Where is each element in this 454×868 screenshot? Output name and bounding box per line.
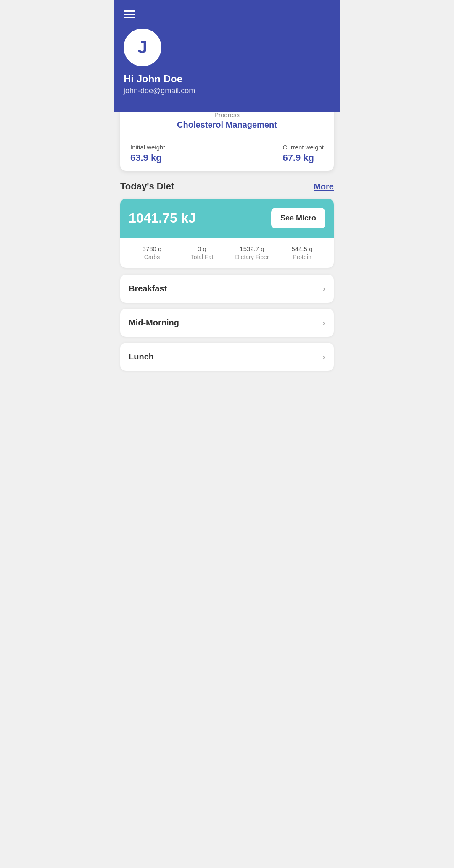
diet-macros-row: 3780 g Carbs 0 g Total Fat 1532.7 g Diet… — [120, 238, 334, 268]
app-header: J Hi John Doe john-doe@gmail.com — [114, 0, 340, 112]
meal-name: Mid-Morning — [129, 318, 179, 328]
progress-label: Progress — [129, 111, 325, 118]
macro-item-dietary-fiber: 1532.7 g Dietary Fiber — [227, 245, 277, 260]
chevron-right-icon: › — [322, 352, 325, 362]
main-content: Today's Diet More 1041.75 kJ See Micro 3… — [114, 171, 340, 385]
macro-value: 0 g — [177, 245, 227, 252]
diet-card: 1041.75 kJ See Micro 3780 g Carbs 0 g To… — [120, 199, 334, 268]
meal-card-lunch[interactable]: Lunch › — [120, 343, 334, 371]
energy-value: 1041.75 kJ — [129, 210, 196, 226]
meal-card-breakfast[interactable]: Breakfast › — [120, 275, 334, 303]
current-weight-item: Current weight 67.9 kg — [282, 144, 324, 163]
initial-weight-item: Initial weight 63.9 kg — [130, 144, 165, 163]
macro-label: Total Fat — [177, 254, 227, 260]
progress-title: Cholesterol Management — [129, 120, 325, 130]
current-weight-label: Current weight — [282, 144, 324, 151]
macro-value: 3780 g — [127, 245, 177, 252]
current-weight-value: 67.9 kg — [282, 152, 324, 163]
user-greeting: Hi John Doe — [124, 73, 330, 85]
meal-name: Breakfast — [129, 284, 167, 294]
macro-label: Dietary Fiber — [227, 254, 277, 260]
macro-item-carbs: 3780 g Carbs — [127, 245, 177, 260]
avatar-initial: J — [137, 37, 147, 58]
macro-item-protein: 544.5 g Protein — [277, 245, 327, 260]
diet-section-title: Today's Diet — [120, 181, 174, 192]
see-micro-button[interactable]: See Micro — [271, 208, 325, 228]
menu-button[interactable] — [124, 10, 330, 18]
meals-list: Breakfast › Mid-Morning › Lunch › — [120, 275, 334, 371]
macro-item-total-fat: 0 g Total Fat — [177, 245, 227, 260]
initial-weight-label: Initial weight — [130, 144, 165, 151]
progress-card: Progress Cholesterol Management Initial … — [120, 104, 334, 171]
macro-label: Protein — [277, 254, 327, 260]
macro-value: 1532.7 g — [227, 245, 277, 252]
initial-weight-value: 63.9 kg — [130, 152, 165, 163]
macro-value: 544.5 g — [277, 245, 327, 252]
macro-label: Carbs — [127, 254, 177, 260]
diet-energy-row: 1041.75 kJ See Micro — [120, 199, 334, 238]
chevron-right-icon: › — [322, 318, 325, 328]
diet-section-header: Today's Diet More — [120, 181, 334, 192]
weight-row: Initial weight 63.9 kg Current weight 67… — [120, 136, 334, 171]
more-link[interactable]: More — [314, 182, 334, 191]
chevron-right-icon: › — [322, 284, 325, 294]
avatar: J — [124, 29, 161, 66]
meal-card-mid-morning[interactable]: Mid-Morning › — [120, 309, 334, 337]
meal-name: Lunch — [129, 352, 154, 362]
user-email: john-doe@gmail.com — [124, 87, 330, 95]
